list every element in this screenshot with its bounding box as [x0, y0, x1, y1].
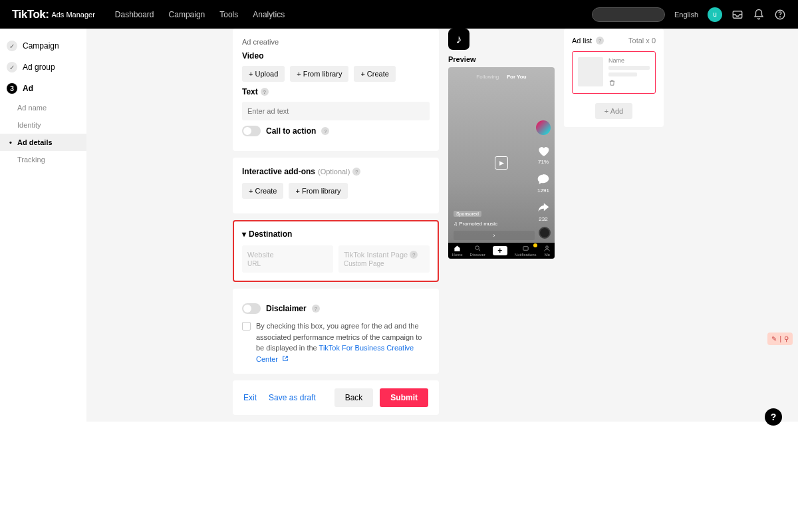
back-button[interactable]: Back [334, 388, 374, 407]
help-icon[interactable] [774, 9, 786, 21]
main-nav: Dashboard Campaign Tools Analytics [115, 10, 285, 19]
check-icon: ✓ [7, 62, 17, 72]
video-heading: Video [242, 51, 430, 61]
submit-button[interactable]: Submit [380, 388, 428, 407]
from-library-button[interactable]: +From library [290, 66, 348, 82]
adlist-total: Total x 0 [628, 37, 656, 45]
external-link-icon [282, 354, 289, 365]
adlist-item[interactable]: Name [572, 51, 656, 94]
user-avatar[interactable]: u [708, 7, 722, 22]
language-selector[interactable]: English [674, 11, 698, 19]
like-icon: 71% [537, 144, 550, 165]
exit-link[interactable]: Exit [243, 393, 257, 402]
step-label: Campaign [23, 41, 59, 51]
caret-down-icon[interactable]: ▾ [242, 229, 246, 239]
info-icon[interactable]: ? [321, 127, 329, 135]
optional-label: (Optional) [318, 168, 350, 176]
nav-discover-icon: Discover [469, 245, 485, 257]
save-draft-link[interactable]: Save as draft [269, 393, 316, 402]
adlist-title: Ad list [572, 37, 592, 45]
tab-following: Following [476, 74, 499, 80]
consent-text: By checking this box, you agree for the … [256, 321, 430, 364]
ad-creative-label: Ad creative [242, 38, 430, 46]
cta-bar: › [454, 231, 535, 240]
nav-inbox-icon: Notifications [515, 245, 537, 257]
phone-preview: Following For You ▶ 71% 1291 232 Sponsor… [448, 67, 555, 259]
nav-campaign[interactable]: Campaign [169, 10, 205, 19]
footer-bar: Exit Save as draft Back Submit [233, 380, 439, 415]
add-ad-button[interactable]: + Add [595, 103, 632, 119]
left-sidebar: ✓ Campaign ✓ Ad group 3 Ad Ad name Ident… [0, 29, 86, 422]
tiktok-icon: ♪ [448, 29, 469, 50]
info-icon[interactable]: ? [312, 305, 320, 313]
nav-home-icon: Home [452, 245, 462, 257]
info-icon[interactable]: ? [352, 168, 360, 176]
disclaimer-toggle[interactable] [242, 303, 261, 314]
promoted-music: ♫ Promoted music [454, 221, 497, 227]
nav-dashboard[interactable]: Dashboard [115, 10, 154, 19]
avatar-icon [536, 120, 551, 136]
svg-point-5 [546, 246, 549, 249]
step-label: Ad group [23, 63, 55, 72]
step-adgroup[interactable]: ✓ Ad group [0, 57, 86, 78]
check-icon: ✓ [7, 41, 17, 51]
brand-logo: TikTok: [12, 8, 49, 21]
cta-toggle[interactable] [242, 126, 261, 136]
info-icon: ? [410, 251, 418, 259]
name-label: Name [608, 57, 650, 64]
destination-website[interactable]: Website URL [242, 245, 333, 273]
disclaimer-label: Disclaimer [266, 304, 307, 313]
bell-icon[interactable] [753, 9, 765, 21]
addon-library-button[interactable]: +From library [289, 183, 347, 199]
addons-heading: Interactive add-ons [242, 167, 315, 176]
search-input[interactable] [592, 7, 665, 22]
substep-tracking[interactable]: Tracking [0, 151, 86, 168]
share-icon: 232 [537, 201, 550, 222]
nav-tools[interactable]: Tools [219, 10, 238, 19]
step-label: Ad [23, 84, 33, 93]
destination-section: ▾ Destination Website URL TikTok Instant… [233, 220, 439, 282]
step-campaign[interactable]: ✓ Campaign [0, 35, 86, 57]
search-icon: ⚲ [784, 335, 789, 342]
addon-create-button[interactable]: +Create [242, 183, 283, 199]
step-number: 3 [7, 83, 17, 94]
substep-addetails[interactable]: Ad details [0, 134, 86, 151]
create-button[interactable]: +Create [354, 66, 395, 82]
side-tool[interactable]: ✎ | ⚲ [767, 332, 793, 345]
music-disc-icon [539, 227, 551, 239]
trash-icon[interactable] [608, 79, 650, 88]
svg-point-2 [780, 17, 781, 17]
text-heading: Text [242, 87, 258, 96]
step-ad[interactable]: 3 Ad [0, 78, 86, 99]
inbox-icon[interactable] [732, 9, 743, 21]
edit-icon: ✎ [771, 335, 777, 342]
comment-icon: 1291 [537, 173, 550, 194]
sponsored-badge: Sponsored [454, 211, 481, 217]
svg-rect-4 [523, 247, 527, 251]
play-icon: ▶ [495, 156, 508, 170]
help-fab[interactable]: ? [765, 408, 782, 422]
tab-foryou: For You [507, 74, 526, 80]
cta-label: Call to action [266, 126, 316, 136]
upload-button[interactable]: +Upload [242, 66, 285, 82]
phone-bottom-nav: Home Discover + Notifications Me [448, 243, 555, 259]
nav-me-icon: Me [543, 245, 551, 257]
ad-thumbnail [578, 57, 603, 86]
ad-text-input[interactable] [242, 102, 430, 120]
substep-adname[interactable]: Ad name [0, 99, 86, 116]
destination-instant-page[interactable]: TikTok Instant Page? Custom Page [338, 245, 430, 273]
brand-subtitle: Ads Manager [51, 11, 94, 19]
nav-analytics[interactable]: Analytics [253, 10, 285, 19]
preview-label: Preview [448, 55, 555, 63]
svg-point-3 [475, 246, 479, 250]
info-icon[interactable]: ? [596, 37, 604, 45]
substep-identity[interactable]: Identity [0, 116, 86, 134]
consent-checkbox[interactable] [242, 322, 251, 331]
top-bar: TikTok: Ads Manager Dashboard Campaign T… [0, 0, 798, 29]
nav-create-icon: + [493, 246, 507, 255]
info-icon[interactable]: ? [261, 88, 269, 96]
destination-heading: Destination [249, 229, 292, 239]
